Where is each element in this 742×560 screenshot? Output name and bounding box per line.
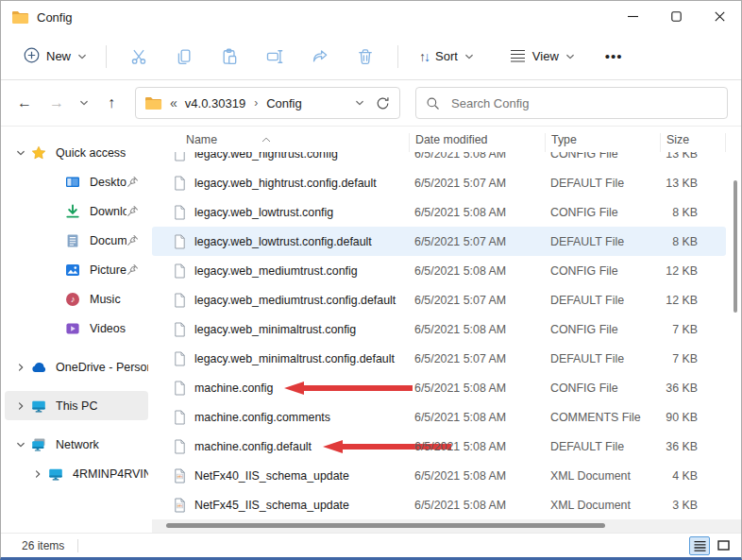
view-button[interactable]: View xyxy=(498,42,586,71)
table-row[interactable]: legacy.web_mediumtrust.config 6/5/2021 5… xyxy=(152,256,726,285)
chevron-right-icon[interactable] xyxy=(12,401,29,411)
chevron-down-icon xyxy=(565,52,575,61)
minimize-button[interactable] xyxy=(611,1,654,33)
details-view-button[interactable] xyxy=(689,536,710,555)
file-type: DEFAULT File xyxy=(545,235,660,248)
close-button[interactable] xyxy=(698,1,741,33)
file-type: DEFAULT File xyxy=(545,440,660,453)
table-row[interactable]: machine.config 6/5/2021 5:08 AM CONFIG F… xyxy=(152,373,726,402)
pin-icon xyxy=(126,263,139,276)
music-icon: ♪ xyxy=(63,292,82,307)
cut-icon xyxy=(130,48,147,65)
file-page-icon xyxy=(173,234,188,249)
star-icon xyxy=(29,145,48,161)
address-bar[interactable]: « v4.0.30319 › Config xyxy=(135,87,400,119)
copy-button[interactable] xyxy=(161,40,207,74)
sidebar-item-downloads[interactable]: Downloads xyxy=(5,196,148,226)
table-row[interactable]: machine.config.default 6/5/2021 5:08 AM … xyxy=(152,432,726,461)
delete-button[interactable] xyxy=(343,40,388,74)
see-more-button[interactable]: ••• xyxy=(592,44,636,68)
file-date-modified: 6/5/2021 5:08 AM xyxy=(409,152,545,161)
sidebar-item-desktop[interactable]: Desktop xyxy=(5,167,148,196)
column-headers: Name Date modified Type Size xyxy=(152,127,741,152)
toolbar-divider xyxy=(397,45,398,68)
file-size: 7 KB xyxy=(660,352,726,365)
share-button[interactable] xyxy=(297,40,343,74)
table-row[interactable]: machine.config.comments 6/5/2021 5:08 AM… xyxy=(152,402,726,432)
file-page-icon xyxy=(173,176,188,191)
folder-icon xyxy=(144,96,162,110)
window-controls xyxy=(611,1,741,33)
table-row[interactable]: legacy.web_minimaltrust.config 6/5/2021 … xyxy=(152,314,726,344)
sort-ascending-icon xyxy=(261,132,271,145)
table-row[interactable]: ‹e› NetFx45_IIS_schema_update 6/5/2021 5… xyxy=(152,490,726,519)
new-button[interactable]: New xyxy=(14,42,96,72)
rename-button[interactable] xyxy=(252,40,297,74)
sidebar-item-music[interactable]: ♪ Music xyxy=(5,284,148,314)
table-row[interactable]: legacy.web_lowtrust.config.default 6/5/2… xyxy=(152,227,726,256)
file-name: machine.config.default xyxy=(194,440,312,453)
chevron-down-icon[interactable] xyxy=(12,148,29,158)
address-dropdown-icon[interactable] xyxy=(355,98,364,108)
thumbnail-view-button[interactable] xyxy=(713,536,734,555)
vertical-scrollbar[interactable] xyxy=(734,180,737,313)
sidebar-item-documents[interactable]: Documents xyxy=(5,226,148,255)
breadcrumb-segment[interactable]: v4.0.30319 xyxy=(183,93,247,113)
sidebar-item-this-pc[interactable]: This PC xyxy=(5,391,148,420)
file-name: legacy.web_lowtrust.config xyxy=(194,206,333,219)
cut-button[interactable] xyxy=(116,40,161,74)
horizontal-scrollbar-track[interactable] xyxy=(152,519,741,533)
refresh-icon[interactable] xyxy=(376,96,390,110)
file-size: 3 KB xyxy=(660,499,726,512)
sidebar-item-4rminp4rvin[interactable]: 4RMINP4RVIN xyxy=(5,459,148,488)
column-header-date-modified[interactable]: Date modified xyxy=(409,133,545,152)
copy-icon xyxy=(176,48,193,65)
file-type: CONFIG File xyxy=(545,382,660,395)
table-row[interactable]: ‹e› NetFx40_IIS_schema_update 6/5/2021 5… xyxy=(152,461,726,490)
file-type: DEFAULT File xyxy=(545,294,660,307)
file-date-modified: 6/5/2021 5:08 AM xyxy=(409,469,545,483)
paste-icon xyxy=(221,48,238,65)
command-toolbar: New ↑↓ Sort View ••• xyxy=(1,33,741,80)
table-row[interactable]: legacy.web_mediumtrust.config.default 6/… xyxy=(152,285,726,314)
table-row[interactable]: legacy.web_minimaltrust.config.default 6… xyxy=(152,344,726,373)
column-header-name[interactable]: Name xyxy=(152,133,409,152)
breadcrumb-segment[interactable]: Config xyxy=(264,93,304,113)
toolbar-divider xyxy=(106,45,107,68)
file-size: 7 KB xyxy=(660,323,726,336)
up-button[interactable]: ↑ xyxy=(97,89,126,117)
search-input[interactable] xyxy=(451,96,717,110)
sidebar-item-videos[interactable]: Videos xyxy=(5,314,148,343)
sidebar-item-label: Quick access xyxy=(56,146,126,160)
file-name: machine.config.comments xyxy=(194,411,330,424)
rename-icon xyxy=(266,48,283,65)
chevron-right-icon[interactable] xyxy=(29,469,46,479)
forward-button[interactable]: → xyxy=(42,89,71,117)
thumbnail-view-icon xyxy=(717,540,730,551)
sidebar-item-quick-access[interactable]: Quick access xyxy=(5,138,148,167)
breadcrumb-overflow[interactable]: « xyxy=(170,95,177,110)
file-date-modified: 6/5/2021 5:08 AM xyxy=(409,440,545,453)
table-row[interactable]: legacy.web_lowtrust.config 6/5/2021 5:08… xyxy=(152,197,726,227)
recent-locations-button[interactable] xyxy=(75,89,93,117)
column-header-size[interactable]: Size xyxy=(660,133,726,152)
horizontal-scrollbar-thumb[interactable] xyxy=(166,523,605,528)
chevron-right-icon[interactable] xyxy=(12,363,29,372)
paste-button[interactable] xyxy=(207,40,252,74)
sort-button[interactable]: ↑↓ Sort xyxy=(408,43,485,70)
sidebar-item-onedrive[interactable]: OneDrive - Personal xyxy=(5,352,148,382)
back-button[interactable]: ← xyxy=(10,89,39,117)
sidebar-item-pictures[interactable]: Pictures xyxy=(5,255,148,284)
table-row[interactable]: legacy.web_hightrust.config.default 6/5/… xyxy=(152,168,726,197)
maximize-button[interactable] xyxy=(654,1,698,33)
monitor-icon xyxy=(29,399,48,414)
table-row[interactable]: legacy.web_hightrust.config 6/5/2021 5:0… xyxy=(152,152,726,168)
chevron-down-icon[interactable] xyxy=(12,440,29,450)
column-header-type[interactable]: Type xyxy=(545,133,660,152)
file-page-icon xyxy=(173,439,188,454)
view-toggles xyxy=(689,536,734,555)
sidebar-item-network[interactable]: Network xyxy=(5,430,148,459)
pin-icon xyxy=(126,234,139,246)
sidebar-item-label: Videos xyxy=(90,322,126,335)
file-size: 13 KB xyxy=(660,152,726,161)
